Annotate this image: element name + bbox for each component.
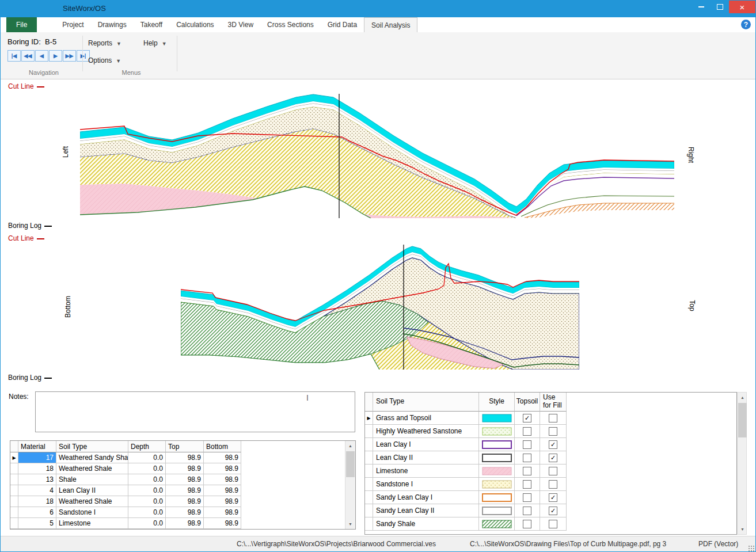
- column-header[interactable]: Use for Fill: [540, 393, 567, 412]
- list-item[interactable]: ▶Grass and Topsoil✓: [365, 412, 736, 425]
- list-item[interactable]: Limestone: [365, 465, 736, 478]
- boring-log-sample: [44, 378, 52, 379]
- close-button[interactable]: ×: [729, 1, 755, 13]
- use-for-fill-checkbox[interactable]: ✓: [549, 440, 557, 449]
- tab-grid-data[interactable]: Grid Data: [321, 17, 364, 32]
- table-row[interactable]: 18Weathered Shale0.098.998.9: [10, 463, 355, 474]
- help-icon[interactable]: ?: [741, 20, 751, 29]
- table-row[interactable]: ▶17Weathered Sandy Shale0.098.998.9: [10, 452, 355, 463]
- use-for-fill-checkbox[interactable]: [549, 427, 557, 436]
- topsoil-checkbox[interactable]: [523, 454, 531, 462]
- use-for-fill-checkbox[interactable]: ✓: [549, 454, 557, 462]
- row-marker: [365, 504, 373, 517]
- nav-next-page-button[interactable]: ▶▶: [63, 50, 76, 62]
- row-marker: [10, 463, 18, 474]
- scroll-up-icon[interactable]: ▲: [738, 393, 747, 402]
- table-row[interactable]: 6Sandstone I0.098.998.9: [10, 507, 355, 518]
- topsoil-checkbox[interactable]: [523, 440, 531, 449]
- boring-id: Boring ID: B-5: [7, 37, 56, 46]
- help-menu[interactable]: Help▼: [143, 39, 167, 47]
- reports-menu[interactable]: Reports▼: [88, 39, 121, 47]
- tab-3d-view[interactable]: 3D View: [221, 17, 260, 32]
- ibeam-cursor: I: [306, 393, 309, 402]
- list-item[interactable]: Highly Weathered Sanstone: [365, 425, 736, 438]
- cut-line-sample: [37, 86, 44, 87]
- column-header[interactable]: Soil Type: [373, 393, 479, 412]
- style-swatch: [482, 414, 512, 422]
- list-item[interactable]: Lean Clay I✓: [365, 438, 736, 451]
- material-table-scrollbar[interactable]: ▲▼: [345, 441, 355, 529]
- tab-project[interactable]: Project: [55, 17, 90, 32]
- row-marker: [10, 485, 18, 496]
- use-for-fill-checkbox[interactable]: [549, 414, 557, 422]
- column-header[interactable]: Style: [479, 393, 515, 412]
- boring-id-value: B-5: [45, 37, 56, 46]
- topsoil-checkbox[interactable]: [523, 507, 531, 515]
- tab-file[interactable]: File: [6, 17, 37, 32]
- soil-table-header: Soil TypeStyleTopsoilUse for Fill: [365, 393, 736, 412]
- topsoil-checkbox[interactable]: ✓: [523, 414, 531, 422]
- list-item[interactable]: Sandy Lean Clay II✓: [365, 504, 736, 517]
- minimize-button[interactable]: [692, 1, 711, 13]
- tab-cross-sections[interactable]: Cross Sections: [260, 17, 321, 32]
- style-swatch: [482, 520, 512, 528]
- style-swatch: [482, 493, 512, 502]
- use-for-fill-checkbox[interactable]: ✓: [549, 507, 557, 515]
- topsoil-checkbox[interactable]: [523, 480, 531, 489]
- column-header[interactable]: Bottom: [204, 441, 241, 452]
- column-header[interactable]: Top: [166, 441, 204, 452]
- style-swatch: [482, 467, 512, 475]
- row-marker: [10, 474, 18, 485]
- soil-panel-scrollbar[interactable]: ▲ ▼: [737, 392, 747, 535]
- options-menu[interactable]: Options▼: [88, 56, 121, 64]
- nav-prev-page-button[interactable]: ◀◀: [21, 50, 35, 62]
- topsoil-checkbox[interactable]: [523, 427, 531, 436]
- use-for-fill-checkbox[interactable]: [549, 520, 557, 528]
- nav-next-button[interactable]: ▶: [49, 50, 62, 62]
- tab-drawings[interactable]: Drawings: [91, 17, 134, 32]
- nav-first-button[interactable]: |◀: [7, 50, 21, 62]
- app-window: SiteWorx/OS × FileProjectDrawingsTakeoff…: [0, 0, 756, 552]
- scrollbar-thumb[interactable]: [346, 451, 355, 477]
- topsoil-checkbox[interactable]: [523, 493, 531, 502]
- topsoil-checkbox[interactable]: [523, 520, 531, 528]
- scrollbar-thumb[interactable]: [738, 403, 747, 437]
- use-for-fill-checkbox[interactable]: [549, 467, 557, 475]
- column-header[interactable]: Soil Type: [56, 441, 128, 452]
- table-row[interactable]: 4Lean Clay II0.098.998.9: [10, 485, 355, 496]
- nav-prev-button[interactable]: ◀: [35, 50, 48, 62]
- edge-label-right: Right: [687, 143, 695, 166]
- window-title: SiteWorx/OS: [63, 4, 106, 13]
- window-controls: ×: [692, 1, 755, 13]
- boring-log-sample: [44, 226, 52, 227]
- topsoil-checkbox[interactable]: [523, 467, 531, 475]
- table-row[interactable]: 5Limestone0.098.998.9: [10, 518, 355, 529]
- list-item[interactable]: Sandstone I: [365, 478, 736, 491]
- list-item[interactable]: Sandy Lean Clay I✓: [365, 491, 736, 504]
- tab-takeoff[interactable]: Takeoff: [134, 17, 169, 32]
- maximize-button[interactable]: [711, 1, 729, 13]
- resize-grip[interactable]: [748, 545, 754, 551]
- cross-section-bottom-chart[interactable]: [181, 245, 579, 370]
- column-header[interactable]: Material: [18, 441, 56, 452]
- status-bar: C:\...\Vertigraph\SiteWorxOS\Projects\Br…: [1, 536, 755, 552]
- list-item[interactable]: Sandy Shale: [365, 517, 736, 531]
- use-for-fill-checkbox[interactable]: ✓: [549, 493, 557, 502]
- table-row[interactable]: 18Weathered Shale0.098.998.9: [10, 496, 355, 507]
- table-row[interactable]: 13Shale0.098.998.9: [10, 474, 355, 485]
- cross-section-top-chart[interactable]: [80, 93, 674, 218]
- scroll-down-icon[interactable]: ▼: [345, 519, 355, 529]
- style-swatch: [482, 440, 512, 449]
- column-header[interactable]: Topsoil: [515, 393, 540, 412]
- file-format-label: PDF (Vector): [698, 540, 738, 548]
- use-for-fill-checkbox[interactable]: [549, 480, 557, 489]
- column-header[interactable]: Depth: [128, 441, 166, 452]
- scroll-up-icon[interactable]: ▲: [345, 441, 355, 451]
- row-marker: ▶: [10, 452, 18, 463]
- list-item[interactable]: Lean Clay II✓: [365, 451, 736, 465]
- tab-soil-analysis[interactable]: Soil Analysis: [364, 17, 417, 32]
- tab-calculations[interactable]: Calculations: [169, 17, 221, 32]
- row-marker: [365, 438, 373, 451]
- scroll-down-icon[interactable]: ▼: [738, 524, 747, 534]
- style-swatch: [482, 427, 512, 436]
